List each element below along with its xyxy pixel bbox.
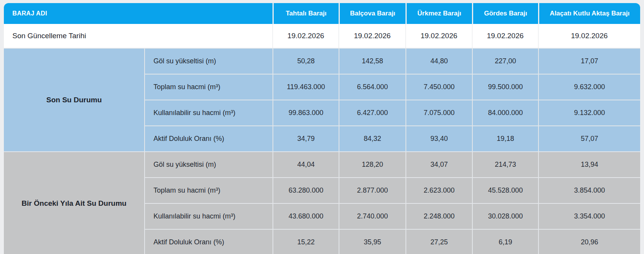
metric-value-cell: 44,80: [405, 48, 472, 74]
metric-value-cell: 57,07: [538, 125, 640, 151]
metric-value-cell: 99.863.000: [273, 100, 339, 125]
metric-value-cell: 6.564.000: [339, 74, 405, 100]
metric-value-cell: 128,20: [339, 151, 405, 177]
metric-value-cell: 20,96: [538, 229, 640, 254]
metric-label-cell: Kullanılabilir su hacmi (m³): [144, 203, 273, 229]
metric-value-cell: 15,22: [273, 229, 339, 254]
dam-header-cell: Ürkmez Barajı: [405, 3, 472, 24]
dam-header-cell: Tahtalı Barajı: [273, 3, 339, 24]
metric-value-cell: 7.075.000: [405, 100, 472, 125]
metric-value-cell: 44,04: [273, 151, 339, 177]
metric-value-cell: 214,73: [472, 151, 538, 177]
metric-value-cell: 84,32: [339, 125, 405, 151]
metric-value-cell: 6,19: [472, 229, 538, 254]
dam-header-cell: Gördes Barajı: [472, 3, 538, 24]
update-date-label-cell: Son Güncelleme Tarihi: [4, 24, 273, 48]
metric-value-cell: 27,25: [405, 229, 472, 254]
metric-value-cell: 9.632.000: [538, 74, 640, 100]
metric-label-cell: Toplam su hacmi (m³): [144, 74, 273, 100]
update-date-cell: 19.02.2026: [273, 24, 339, 48]
metric-value-cell: 227,00: [472, 48, 538, 74]
metric-value-cell: 2.740.000: [339, 203, 405, 229]
metric-value-cell: 9.132.000: [538, 100, 640, 125]
metric-label-cell: Göl su yükseltisi (m): [144, 151, 273, 177]
metric-value-cell: 84.000.000: [472, 100, 538, 125]
metric-value-cell: 3.354.000: [538, 203, 640, 229]
metric-label-cell: Toplam su hacmi (m³): [144, 177, 273, 203]
update-date-cell: 19.02.2026: [538, 24, 640, 48]
metric-value-cell: 43.680.000: [273, 203, 339, 229]
dam-status-table: BARAJ ADI Tahtalı Barajı Balçova Barajı …: [4, 3, 640, 254]
corner-header-cell: BARAJ ADI: [4, 3, 273, 24]
metric-value-cell: 13,94: [538, 151, 640, 177]
metric-value-cell: 2.877.000: [339, 177, 405, 203]
metric-value-cell: 34,79: [273, 125, 339, 151]
metric-value-cell: 19,18: [472, 125, 538, 151]
metric-value-cell: 30.028.000: [472, 203, 538, 229]
metric-value-cell: 7.450.000: [405, 74, 472, 100]
metric-label-cell: Aktif Doluluk Oranı (%): [144, 125, 273, 151]
metric-label-cell: Kullanılabilir su hacmi (m³): [144, 100, 273, 125]
metric-value-cell: 50,28: [273, 48, 339, 74]
update-date-cell: 19.02.2026: [339, 24, 405, 48]
metric-value-cell: 142,58: [339, 48, 405, 74]
metric-value-cell: 99.500.000: [472, 74, 538, 100]
metric-label-cell: Aktif Doluluk Oranı (%): [144, 229, 273, 254]
metric-value-cell: 3.854.000: [538, 177, 640, 203]
dam-header-cell: Balçova Barajı: [339, 3, 405, 24]
metric-value-cell: 6.427.000: [339, 100, 405, 125]
metric-value-cell: 119.463.000: [273, 74, 339, 100]
dam-status-grid: BARAJ ADI Tahtalı Barajı Balçova Barajı …: [4, 3, 640, 254]
metric-value-cell: 2.623.000: [405, 177, 472, 203]
section-label-cell: Son Su Durumu: [4, 48, 144, 151]
dam-header-cell: Alaçatı Kutlu Aktaş Barajı: [538, 3, 640, 24]
metric-value-cell: 93,40: [405, 125, 472, 151]
metric-value-cell: 35,95: [339, 229, 405, 254]
update-date-cell: 19.02.2026: [472, 24, 538, 48]
metric-value-cell: 63.280.000: [273, 177, 339, 203]
metric-value-cell: 34,07: [405, 151, 472, 177]
update-date-cell: 19.02.2026: [405, 24, 472, 48]
section-label-cell: Bir Önceki Yıla Ait Su Durumu: [4, 151, 144, 254]
metric-value-cell: 2.248.000: [405, 203, 472, 229]
metric-value-cell: 45.528.000: [472, 177, 538, 203]
metric-label-cell: Göl su yükseltisi (m): [144, 48, 273, 74]
metric-value-cell: 17,07: [538, 48, 640, 74]
